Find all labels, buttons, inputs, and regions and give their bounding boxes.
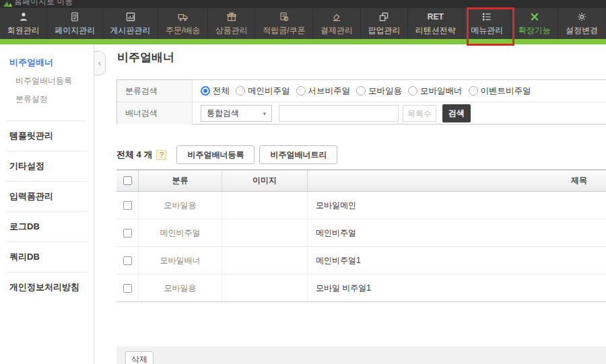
board-icon (125, 11, 137, 23)
radio-option-mobile-banner[interactable]: 모바일배너 (408, 85, 463, 97)
sidebar-item-etc-settings[interactable]: 기타설정 (7, 151, 87, 181)
sidebar: 비주얼배너 비주얼배너등록 분류설정 템플릿관리 기타설정 입력폼관리 로그DB… (0, 44, 94, 364)
search-type-select[interactable]: 통합검색 ▾ (201, 105, 272, 122)
menu-item-retention[interactable]: RET 리텐션전략 (408, 8, 463, 39)
sidebar-collapse-button[interactable]: ‹ (94, 51, 106, 75)
select-all-checkbox[interactable] (123, 176, 132, 185)
search-keyword-input[interactable] (279, 105, 399, 122)
popup-icon (378, 11, 390, 23)
table-row[interactable]: 모바일용 모바일 비주얼1 (116, 275, 606, 302)
payment-icon (331, 11, 343, 23)
sidebar-item-visual-banner[interactable]: 비주얼배너 (0, 44, 94, 71)
column-header-title: 제목 (308, 170, 606, 191)
row-checkbox[interactable] (123, 201, 132, 210)
search-filter-box: 분류검색 전체 메인비주얼 서브비주얼 모바일용 모바일배너 이벤트비주얼 배너… (116, 79, 606, 124)
menu-item-products[interactable]: 상품관리 (208, 8, 255, 39)
column-header-image: 이미지 (222, 170, 308, 191)
visual-banner-register-button[interactable]: 비주얼배너등록 (176, 145, 255, 164)
sidebar-item-visual-banner-register[interactable]: 비주얼배너등록 (0, 71, 94, 89)
menu-item-pages[interactable]: 페이지관리 (47, 8, 102, 39)
help-badge[interactable]: ? (156, 150, 166, 160)
menu-item-settings[interactable]: 설정변경 (558, 8, 605, 39)
delivery-icon (177, 11, 189, 23)
radio-icon[interactable] (296, 86, 306, 96)
row-checkbox[interactable] (123, 229, 132, 238)
cell-category: 메인비주얼 (139, 219, 222, 246)
gear-icon (576, 11, 588, 23)
cell-image (222, 192, 308, 219)
sidebar-item-privacy-policy[interactable]: 개인정보처리방침 (7, 272, 87, 302)
menu-item-orders[interactable]: 주문/배송 (158, 8, 208, 39)
sidebar-item-category-settings[interactable]: 분류설정 (0, 89, 94, 114)
cell-category: 모바일용 (139, 192, 222, 219)
sidebar-item-log-db[interactable]: 로그DB (7, 211, 87, 242)
radio-icon[interactable] (356, 86, 366, 96)
cell-image (222, 275, 308, 301)
cell-title[interactable]: 메인비주얼 (308, 219, 606, 246)
site-logo-icon (3, 0, 13, 8)
top-menu-bar: 회원관리 페이지관리 게시판관리 주문/배송 상품관리 적립금/쿠폰 결제관리 … (0, 8, 606, 39)
row-checkbox[interactable] (123, 284, 132, 293)
banner-search-label: 배너검색 (117, 102, 193, 124)
user-icon (18, 11, 30, 23)
menu-item-popups[interactable]: 팝업관리 (361, 8, 408, 39)
table-row[interactable]: 모바일용 모바일메인 (116, 192, 606, 219)
coupon-icon (278, 11, 290, 23)
accent-green-bar (0, 39, 606, 44)
menu-item-members[interactable]: 회원관리 (0, 8, 47, 39)
radio-icon[interactable] (408, 86, 417, 96)
menu-item-payments[interactable]: 결제관리 (313, 8, 360, 39)
menu-item-extensions[interactable]: 확장기능 (511, 8, 558, 39)
cell-title[interactable]: 모바일메인 (308, 192, 606, 219)
cell-title[interactable]: 메인비주얼1 (308, 247, 606, 274)
radio-icon[interactable] (201, 86, 210, 96)
table-footer-bar: 삭제 (116, 347, 606, 364)
radio-option-mobile[interactable]: 모바일용 (356, 85, 402, 97)
sidebar-item-input-forms[interactable]: 입력폼관리 (7, 181, 87, 211)
page-title: 비주얼배너 (117, 50, 174, 65)
cell-category: 모바일배너 (139, 247, 222, 274)
radio-icon[interactable] (236, 86, 245, 96)
column-header-category: 분류 (139, 170, 222, 191)
menu-item-menus[interactable]: 메뉴관리 (463, 8, 510, 39)
radio-icon[interactable] (469, 86, 478, 96)
sidebar-item-templates[interactable]: 템플릿관리 (7, 120, 87, 151)
radio-option-main-visual[interactable]: 메인비주얼 (236, 85, 290, 97)
banner-table: 분류 이미지 제목 모바일용 모바일메인 메인비주얼 메인비주얼 모바일배너 메… (116, 170, 606, 302)
gift-icon (226, 11, 238, 23)
category-search-label: 분류검색 (117, 80, 193, 102)
visual-banner-tree-button[interactable]: 비주얼배너트리 (259, 145, 337, 164)
radio-option-sub-visual[interactable]: 서브비주얼 (296, 85, 351, 97)
list-toolbar: 전체 4 개 ? 비주얼배너등록 비주얼배너트리 (116, 145, 337, 164)
go-homepage-link[interactable]: 홈페이지로 이동 (14, 0, 73, 7)
cell-title[interactable]: 모바일 비주얼1 (308, 275, 606, 301)
cell-image (222, 219, 308, 246)
menu-item-points-coupons[interactable]: 적립금/쿠폰 (255, 8, 313, 39)
chevron-down-icon: ▾ (263, 110, 266, 117)
row-checkbox[interactable] (123, 256, 132, 265)
search-button[interactable]: 검색 (442, 104, 471, 122)
cell-category: 모바일용 (139, 275, 222, 301)
table-row[interactable]: 메인비주얼 메인비주얼 (116, 219, 606, 247)
total-count-text: 전체 4 개 (116, 149, 152, 161)
table-header-row: 분류 이미지 제목 (116, 170, 606, 192)
main-content: ‹ 비주얼배너 분류검색 전체 메인비주얼 서브비주얼 모바일용 모바일배너 이… (94, 44, 606, 364)
sidebar-item-query-db[interactable]: 쿼리DB (7, 242, 87, 272)
menu-item-boards[interactable]: 게시판관리 (103, 8, 158, 39)
ret-text-icon: RET (428, 11, 444, 23)
table-row[interactable]: 모바일배너 메인비주얼1 (116, 247, 606, 275)
menu-list-icon (481, 11, 493, 23)
cell-image (222, 247, 308, 274)
delete-button[interactable]: 삭제 (125, 351, 154, 364)
list-count-input[interactable] (403, 105, 436, 122)
radio-option-all[interactable]: 전체 (201, 85, 230, 97)
top-strip: 홈페이지로 이동 (0, 0, 606, 8)
extension-x-icon (529, 11, 541, 23)
page-icon (69, 11, 81, 23)
radio-option-event-visual[interactable]: 이벤트비주얼 (469, 85, 531, 97)
